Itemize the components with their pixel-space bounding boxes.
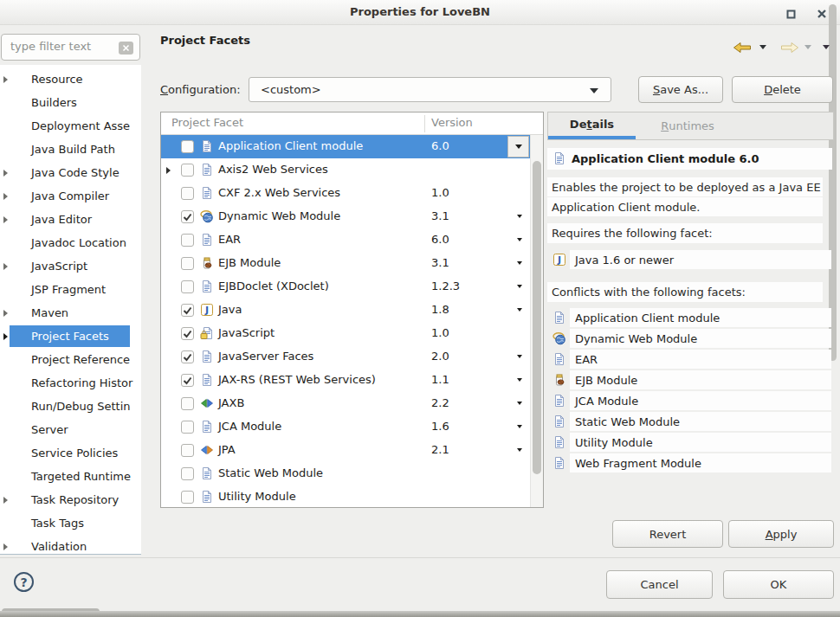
- expander-icon[interactable]: [3, 263, 8, 270]
- version-select-icon[interactable]: [517, 425, 522, 428]
- view-menu-icon[interactable]: [823, 45, 830, 49]
- cancel-button[interactable]: Cancel: [606, 570, 713, 599]
- clear-icon[interactable]: [119, 42, 133, 57]
- facet-row-jax-rs-rest-web-services[interactable]: JAX-RS (REST Web Services)1.1: [161, 369, 530, 392]
- tab-details[interactable]: Details: [548, 112, 636, 139]
- version-select-icon[interactable]: [517, 402, 522, 405]
- facet-row-javaserver-faces[interactable]: JavaServer Faces2.0: [161, 345, 530, 369]
- help-icon[interactable]: ?: [14, 572, 34, 592]
- table-scrollbar-track[interactable]: [530, 135, 543, 507]
- sidebar-item-server[interactable]: Server: [0, 418, 141, 441]
- sidebar-item-deployment-asse[interactable]: Deployment Asse: [0, 114, 141, 138]
- sidebar-item-run-debug-settin[interactable]: Run/Debug Settin: [0, 395, 141, 418]
- forward-icon[interactable]: [780, 41, 799, 57]
- sidebar-item-java-compiler[interactable]: Java Compiler: [0, 184, 141, 208]
- facet-row-jca-module[interactable]: JCA Module1.6: [161, 415, 530, 439]
- facet-row-axis2-web-services[interactable]: Axis2 Web Services: [161, 158, 530, 182]
- facet-checkbox[interactable]: [181, 210, 194, 223]
- facet-checkbox[interactable]: [181, 444, 194, 457]
- facet-row-ejb-module[interactable]: EJB Module3.1: [161, 252, 530, 275]
- facet-row-ear[interactable]: EAR6.0: [161, 228, 530, 252]
- facet-row-application-client-module[interactable]: Application Client module6.0: [161, 135, 530, 158]
- back-icon[interactable]: [733, 41, 752, 57]
- facet-checkbox[interactable]: [181, 187, 194, 200]
- sidebar-item-jsp-fragment[interactable]: JSP Fragment: [0, 278, 141, 301]
- expander-icon[interactable]: [3, 497, 8, 504]
- facet-row-dynamic-web-module[interactable]: Dynamic Web Module3.1: [161, 205, 530, 228]
- expander-icon[interactable]: [3, 193, 8, 200]
- column-header-project-facet[interactable]: Project Facet: [171, 116, 243, 129]
- table-scrollbar-thumb[interactable]: [533, 161, 541, 474]
- facet-row-utility-module[interactable]: Utility Module: [161, 485, 530, 509]
- facet-checkbox[interactable]: [181, 374, 194, 387]
- tab-runtimes[interactable]: Runtimes: [636, 112, 740, 139]
- version-select-icon[interactable]: [517, 238, 522, 241]
- facet-checkbox[interactable]: [181, 467, 194, 480]
- doc-icon: [552, 435, 566, 449]
- version-select-icon[interactable]: [517, 378, 522, 382]
- sidebar-item-validation[interactable]: Validation: [0, 535, 141, 555]
- version-select-icon[interactable]: [517, 215, 522, 218]
- expander-icon[interactable]: [3, 310, 8, 317]
- sidebar-item-service-policies[interactable]: Service Policies: [0, 441, 141, 465]
- facet-checkbox[interactable]: [181, 257, 194, 270]
- close-icon[interactable]: [815, 7, 829, 21]
- facet-checkbox[interactable]: [181, 491, 194, 504]
- version-select-icon[interactable]: [517, 261, 522, 265]
- apply-button[interactable]: Apply: [728, 520, 834, 548]
- revert-button[interactable]: Revert: [612, 520, 723, 548]
- sidebar-item-task-repository[interactable]: Task Repository: [0, 488, 141, 511]
- version-select-icon[interactable]: [517, 355, 522, 358]
- sidebar-item-resource[interactable]: Resource: [0, 67, 141, 91]
- column-separator[interactable]: [424, 115, 425, 132]
- expander-icon[interactable]: [3, 333, 8, 340]
- delete-button[interactable]: Delete: [732, 76, 833, 103]
- expander-icon[interactable]: [166, 167, 171, 174]
- version-select-icon[interactable]: [517, 448, 522, 452]
- maximize-icon[interactable]: [784, 7, 798, 21]
- sidebar-item-javascript[interactable]: JavaScript: [0, 254, 141, 278]
- facet-row-static-web-module[interactable]: Static Web Module: [161, 462, 530, 485]
- facet-row-jpa[interactable]: JPA2.1: [161, 439, 530, 462]
- expander-icon[interactable]: [3, 543, 8, 550]
- configuration-select[interactable]: <custom>: [249, 77, 611, 102]
- sidebar-item-refactoring-histor[interactable]: Refactoring Histor: [0, 371, 141, 395]
- sidebar-item-java-code-style[interactable]: Java Code Style: [0, 161, 141, 184]
- sidebar-item-task-tags[interactable]: Task Tags: [0, 511, 141, 535]
- version-select-icon[interactable]: [517, 308, 522, 312]
- sidebar-item-project-reference[interactable]: Project Reference: [0, 348, 141, 371]
- facet-checkbox[interactable]: [181, 234, 194, 247]
- facet-checkbox[interactable]: [181, 280, 194, 293]
- facet-row-jaxb[interactable]: JAXB2.2: [161, 392, 530, 415]
- facet-row-java[interactable]: JJava1.8: [161, 299, 530, 322]
- ok-button[interactable]: OK: [723, 570, 834, 599]
- sidebar-item-targeted-runtime[interactable]: Targeted Runtime: [0, 465, 141, 488]
- sidebar-item-maven[interactable]: Maven: [0, 301, 141, 325]
- forward-history-menu-icon[interactable]: [804, 45, 811, 49]
- back-history-menu-icon[interactable]: [759, 45, 766, 49]
- column-header-version[interactable]: Version: [431, 116, 473, 129]
- expander-icon[interactable]: [3, 216, 8, 223]
- facet-row-ejbdoclet-xdoclet[interactable]: EJBDoclet (XDoclet)1.2.3: [161, 275, 530, 299]
- facet-row-cxf-2-x-web-services[interactable]: CXF 2.x Web Services1.0: [161, 182, 530, 205]
- sidebar-item-java-editor[interactable]: Java Editor: [0, 208, 141, 231]
- sidebar-item-project-facets[interactable]: Project Facets: [0, 325, 141, 348]
- sidebar-item-javadoc-location[interactable]: Javadoc Location: [0, 231, 141, 254]
- facet-checkbox[interactable]: [181, 164, 194, 177]
- sidebar-item-java-build-path[interactable]: Java Build Path: [0, 138, 141, 161]
- facet-row-javascript[interactable]: JavaScript1.0: [161, 322, 530, 345]
- facet-checkbox[interactable]: [181, 350, 194, 363]
- facet-checkbox[interactable]: [181, 327, 194, 340]
- sidebar-item-builders[interactable]: Builders: [0, 91, 141, 114]
- expander-icon[interactable]: [3, 76, 8, 83]
- save-as-button[interactable]: Save As...: [638, 76, 723, 103]
- facet-checkbox[interactable]: [181, 421, 194, 434]
- expander-icon[interactable]: [3, 170, 8, 177]
- facet-checkbox[interactable]: [181, 304, 194, 317]
- facet-ref-label: Dynamic Web Module: [570, 329, 831, 348]
- filter-input[interactable]: type filter text: [1, 34, 140, 61]
- version-select[interactable]: [507, 136, 529, 157]
- version-select-icon[interactable]: [517, 285, 522, 288]
- facet-checkbox[interactable]: [181, 397, 194, 410]
- facet-checkbox[interactable]: [181, 140, 194, 153]
